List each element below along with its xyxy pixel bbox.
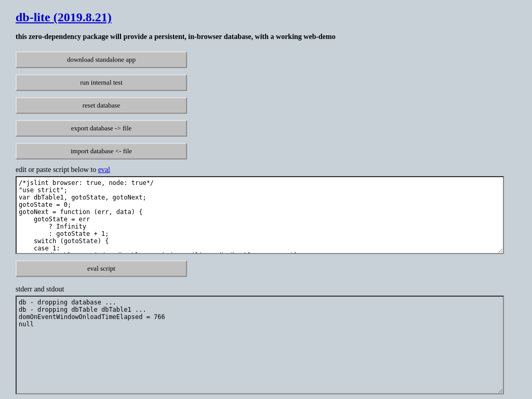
stdout-label: stderr and stdout <box>16 285 504 294</box>
page-title[interactable]: db-lite (2019.8.21) <box>16 10 504 24</box>
stdout-textarea[interactable] <box>16 296 504 394</box>
run-test-btn-container: run internal test <box>16 74 504 91</box>
eval-btn-container: eval script <box>16 260 504 277</box>
eval-script-button[interactable]: eval script <box>16 260 187 277</box>
reset-db-btn-container: reset database <box>16 97 504 114</box>
stdout-section: stderr and stdout <box>16 285 504 394</box>
download-btn-container: download standalone app <box>16 51 504 68</box>
reset-database-button[interactable]: reset database <box>16 97 187 114</box>
import-db-btn-container: import database <- file <box>16 143 504 159</box>
script-label: edit or paste script below to eval <box>16 166 504 174</box>
export-db-btn-container: export database -> file <box>16 120 504 137</box>
script-label-prefix: edit or paste script below to <box>16 166 98 174</box>
run-internal-test-button[interactable]: run internal test <box>16 74 187 91</box>
script-section: edit or paste script below to eval <box>16 166 504 254</box>
export-database-button[interactable]: export database -> file <box>16 120 187 137</box>
page-description: this zero-dependency package will provid… <box>16 33 504 41</box>
eval-link[interactable]: eval <box>98 166 110 174</box>
import-database-button[interactable]: import database <- file <box>16 143 187 159</box>
download-button[interactable]: download standalone app <box>16 51 187 68</box>
script-textarea[interactable] <box>16 176 504 254</box>
